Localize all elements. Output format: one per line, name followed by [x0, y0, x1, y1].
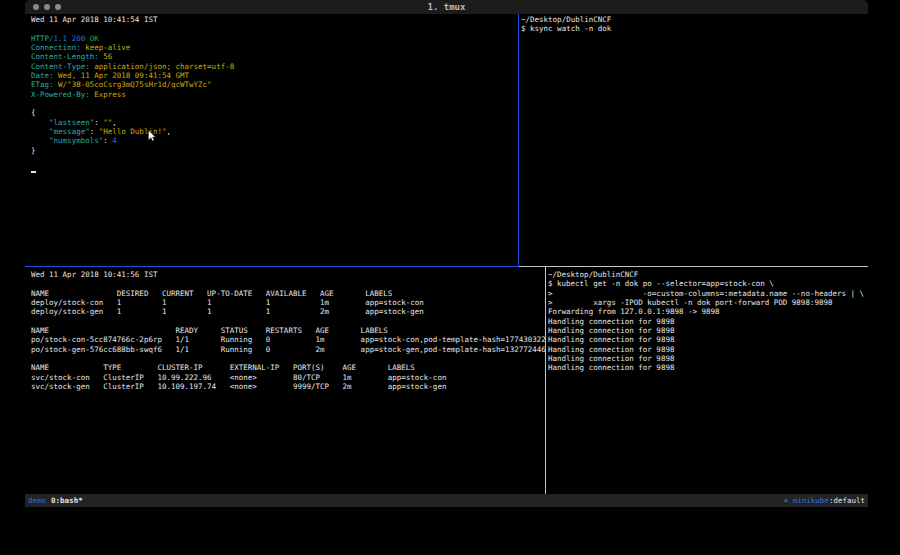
- http-header-line: Content-Length: 56: [31, 52, 518, 61]
- cwd-line: ~/Desktop/DublinCNCF: [521, 15, 868, 24]
- kube-context: minikube: [793, 496, 829, 505]
- http-header-line: X-Powered-By: Express: [31, 90, 518, 99]
- pane-divider-horizontal-right: [519, 266, 868, 267]
- output-line: Handling connection for 9898: [548, 345, 868, 354]
- status-left: demo0:bash*: [28, 494, 83, 507]
- pane-divider-vertical-bottom: [545, 267, 546, 494]
- svc-table-row: svc/stock-con ClusterIP 10.99.222.96 <no…: [31, 373, 545, 382]
- output-line: Handling connection for 9898: [548, 363, 868, 372]
- titlebar[interactable]: 1. tmux: [25, 0, 868, 14]
- pane-divider-horizontal-left: [25, 266, 519, 267]
- output-line: Handling connection for 9898: [548, 326, 868, 335]
- svc-table-row: svc/stock-gen ClusterIP 10.109.197.74 <n…: [31, 382, 545, 391]
- command-line: $ kubectl get -n dok po --selector=app=s…: [548, 279, 868, 288]
- pod-table-row: po/stock-gen-576cc688bb-swqf6 1/1 Runnin…: [31, 345, 545, 354]
- svc-table-header: NAME TYPE CLUSTER-IP EXTERNAL-IP PORT(S)…: [31, 363, 545, 372]
- pane-http-response[interactable]: Wed 11 Apr 2018 10:41:54 IST HTTP/1.1 20…: [25, 14, 518, 266]
- json-entry-lastseen: "lastseen": "",: [31, 118, 518, 127]
- tmux-status-bar: demo0:bash* ⎈ minikube:default: [25, 494, 868, 507]
- desktop: 1. tmux Wed 11 Apr 2018 10:41:54 IST HTT…: [0, 0, 900, 555]
- blank-line: [31, 24, 518, 33]
- pane-kubectl-get[interactable]: Wed 11 Apr 2018 10:41:56 IST NAME DESIRE…: [25, 267, 545, 494]
- command-continuation-line: > xargs -IPOD kubectl -n dok port-forwar…: [548, 298, 868, 307]
- pane-ksync[interactable]: ~/Desktop/DublinCNCF $ ksync watch -n do…: [519, 14, 868, 266]
- pod-table-row: po/stock-con-5cc874766c-2p6rp 1/1 Runnin…: [31, 335, 545, 344]
- output-line: Handling connection for 9898: [548, 317, 868, 326]
- mouse-pointer-icon: [148, 127, 156, 146]
- output-line: Handling connection for 9898: [548, 335, 868, 344]
- terminal-window: 1. tmux Wed 11 Apr 2018 10:41:54 IST HTT…: [25, 0, 868, 513]
- blank-line: [31, 99, 518, 108]
- session-name: demo: [28, 496, 46, 505]
- http-protocol: HTTP: [31, 34, 49, 43]
- prompt-line: [31, 165, 518, 174]
- deploy-table-header: NAME DESIRED CURRENT UP-TO-DATE AVAILABL…: [31, 289, 545, 298]
- http-reason: OK: [90, 34, 99, 43]
- command-continuation-line: > -o=custom-columns=:metadata.name --no-…: [548, 289, 868, 298]
- json-entry-message: "message": "Hello Dublin!",: [31, 127, 518, 136]
- deploy-table-row: deploy/stock-gen 1 1 1 1 2m app=stock-ge…: [31, 307, 545, 316]
- json-close-brace: }: [31, 146, 518, 155]
- pod-table-header: NAME READY STATUS RESTARTS AGE LABELS: [31, 326, 545, 335]
- blank-line: [31, 317, 545, 326]
- blank-line: [31, 279, 545, 288]
- blank-line: [31, 155, 518, 164]
- kube-namespace: :default: [829, 496, 865, 505]
- http-header-line: Date: Wed, 11 Apr 2018 09:41:54 GMT: [31, 71, 518, 80]
- cwd-line: ~/Desktop/DublinCNCF: [548, 270, 868, 279]
- output-line: Handling connection for 9898: [548, 354, 868, 363]
- window-tab-0-bash[interactable]: 0:bash*: [51, 496, 83, 505]
- deploy-table-row: deploy/stock-con 1 1 1 1 1m app=stock-co…: [31, 298, 545, 307]
- pane-divider-vertical-top: [518, 14, 519, 266]
- kubernetes-helm-icon: ⎈: [784, 496, 793, 505]
- json-open-brace: {: [31, 108, 518, 117]
- timestamp: Wed 11 Apr 2018 10:41:54 IST: [31, 15, 518, 24]
- window-title: 1. tmux: [25, 0, 868, 14]
- terminal-cursor: [31, 171, 36, 173]
- http-header-line: Connection: keep-alive: [31, 43, 518, 52]
- timestamp: Wed 11 Apr 2018 10:41:56 IST: [31, 270, 545, 279]
- json-entry-numsymbols: "numsymbols": 4: [31, 136, 518, 145]
- status-right: ⎈ minikube:default: [784, 494, 865, 507]
- http-status-line: HTTP/1.1 200 OK: [31, 34, 518, 43]
- http-version-status: /1.1 200: [49, 34, 90, 43]
- blank-line: [31, 354, 545, 363]
- output-line: Forwarding from 127.0.0.1:9898 -> 9898: [548, 307, 868, 316]
- command-line: $ ksync watch -n dok: [521, 24, 868, 33]
- http-header-line: ETag: W/"38-05coCsrg3mQ75sHr1d/qcWTwYZc": [31, 80, 518, 89]
- http-header-line: Content-Type: application/json; charset=…: [31, 62, 518, 71]
- pane-port-forward[interactable]: ~/Desktop/DublinCNCF $ kubectl get -n do…: [546, 267, 868, 494]
